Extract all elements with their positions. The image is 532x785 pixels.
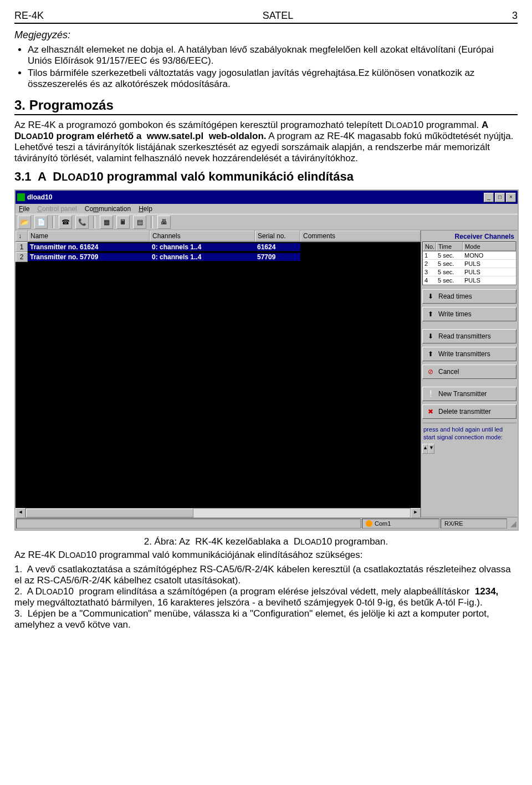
row-name: Transmitter no. 57709 — [28, 253, 150, 261]
table-row[interactable]: 1 Transmitter no. 61624 0: channels 1..4… — [16, 242, 421, 252]
toolbar: 📂 📄 ☎ 📞 ▦ 🖩 ▤ 🖶 — [16, 214, 518, 230]
delete-transmitter-button[interactable]: ✖Delete transmitter — [422, 404, 516, 419]
upload-icon: ⬆ — [426, 350, 435, 358]
grid-body[interactable]: 1 Transmitter no. 61624 0: channels 1..4… — [16, 242, 421, 508]
exclaim-icon: ❕ — [426, 389, 435, 398]
menubar: File Control panel Communication Help — [16, 204, 518, 214]
toolbar-chip-icon[interactable]: ▦ — [100, 216, 113, 229]
status-rx: RX/RE — [441, 519, 507, 529]
row-number: 2 — [16, 252, 28, 262]
transmitter-grid: ↓ Name Channels Serial no. Comments 1 Tr… — [16, 230, 421, 517]
write-times-button[interactable]: ⬆Write times — [422, 307, 516, 321]
rcol-mode: Mode — [463, 242, 516, 251]
download-icon: ⬇ — [426, 292, 435, 301]
maximize-button[interactable]: □ — [495, 193, 505, 202]
minimize-button[interactable]: _ — [484, 193, 494, 202]
app-icon — [17, 193, 25, 201]
scroll-left-icon[interactable]: ◄ — [16, 508, 25, 518]
row-channels: 0: channels 1..4 — [150, 253, 255, 261]
row-serial: 61624 — [255, 243, 300, 251]
window-title: dload10 — [27, 193, 52, 201]
app-window: dload10 _ □ × File Control panel Communi… — [14, 189, 519, 531]
close-button[interactable]: × — [506, 193, 516, 202]
cancel-icon: ⊘ — [426, 367, 435, 376]
receiver-panel: Receiver Channels No. Time Mode 1 5 sec.… — [421, 230, 518, 517]
note-bullet: Az elhasznált elemeket ne dobja el. A ha… — [28, 44, 518, 66]
doc-header: RE-4K SATEL 3 — [14, 10, 518, 24]
titlebar[interactable]: dload10 _ □ × — [16, 191, 518, 204]
grid-headers: ↓ Name Channels Serial no. Comments — [16, 230, 421, 242]
write-transmitters-button[interactable]: ⬆Write transmitters — [422, 347, 516, 361]
note-bullet: Tilos bármiféle szerkezetbeli változtatá… — [28, 68, 518, 90]
row-name: Transmitter no. 61624 — [28, 243, 150, 251]
rcol-no: No. — [423, 242, 436, 251]
receiver-row[interactable]: 2 5 sec. PULS — [423, 260, 516, 268]
subsection-title: 3.1 A DLOAD10 programmal való kommunikác… — [14, 170, 518, 184]
col-sort-icon[interactable]: ↓ — [16, 230, 28, 242]
header-center: SATEL — [263, 10, 294, 22]
col-name[interactable]: Name — [28, 230, 150, 242]
menu-control-panel[interactable]: Control panel — [37, 205, 76, 213]
table-row[interactable]: 2 Transmitter no. 57709 0: channels 1..4… — [16, 252, 421, 262]
status-com: Com1 — [362, 519, 439, 529]
connection-hint: press and hold again until led start sig… — [422, 423, 516, 444]
receiver-row[interactable]: 4 5 sec. PULS — [423, 276, 516, 285]
toolbar-phone-icon[interactable]: ☎ — [59, 216, 72, 229]
note-bullets: Az elhasznált elemeket ne dobja el. A ha… — [14, 44, 518, 90]
menu-help[interactable]: Help — [139, 205, 152, 213]
note-title: Megjegyzés: — [14, 29, 518, 41]
toolbar-list-icon[interactable]: ▤ — [133, 216, 146, 229]
steps-list: 1. A vevő csatlakoztatása a számítógéphe… — [14, 564, 518, 630]
menu-file[interactable]: File — [19, 205, 29, 213]
col-serial[interactable]: Serial no. — [255, 230, 300, 242]
status-dot-icon — [366, 520, 372, 527]
section-title: 3. Programozás — [14, 98, 518, 115]
toolbar-print-icon[interactable]: 🖶 — [157, 216, 171, 229]
col-comments[interactable]: Comments — [300, 230, 421, 242]
row-channels: 0: channels 1..4 — [150, 243, 255, 251]
toolbar-calc-icon[interactable]: 🖩 — [116, 216, 130, 229]
delete-icon: ✖ — [426, 407, 435, 416]
row-number: 1 — [16, 242, 28, 252]
resize-grip-icon[interactable]: ◢ — [508, 519, 518, 528]
scroll-right-icon[interactable]: ► — [411, 508, 421, 518]
rcol-time: Time — [436, 242, 463, 251]
upload-icon: ⬆ — [426, 310, 435, 319]
download-icon: ⬇ — [426, 332, 435, 341]
row-serial: 57709 — [255, 253, 300, 261]
horizontal-scrollbar[interactable]: ◄ ► — [16, 508, 421, 517]
cancel-button[interactable]: ⊘Cancel — [422, 365, 516, 379]
header-right: 3 — [512, 10, 518, 22]
read-times-button[interactable]: ⬇Read times — [422, 289, 516, 304]
statusbar: Com1 RX/RE ◢ — [16, 517, 518, 530]
toolbar-hangup-icon[interactable]: 📞 — [75, 216, 89, 229]
new-transmitter-button[interactable]: ❕New Transmitter — [422, 387, 516, 401]
header-left: RE-4K — [14, 10, 44, 22]
receiver-row[interactable]: 1 5 sec. MONO — [423, 252, 516, 260]
receiver-table: No. Time Mode 1 5 sec. MONO 2 5 sec. PUL… — [422, 242, 516, 285]
scroll-up-icon[interactable]: ▲ — [422, 444, 428, 454]
toolbar-copy-icon[interactable]: 📄 — [34, 216, 48, 229]
menu-communication[interactable]: Communication — [85, 205, 131, 213]
scroll-down-icon[interactable]: ▼ — [428, 444, 434, 454]
after-line: Az RE-4K DLOAD10 programmal való kommuni… — [14, 550, 518, 561]
receiver-title: Receiver Channels — [422, 232, 516, 242]
figure-caption: 2. Ábra: Az RK-4K kezelőablaka a DLOAD10… — [14, 536, 518, 547]
receiver-row[interactable]: 3 5 sec. PULS — [423, 268, 516, 276]
read-transmitters-button[interactable]: ⬇Read transmitters — [422, 329, 516, 343]
toolbar-open-icon[interactable]: 📂 — [18, 216, 31, 229]
col-channels[interactable]: Channels — [150, 230, 255, 242]
section-para: Az RE-4K a programozó gombokon és számít… — [14, 120, 518, 164]
